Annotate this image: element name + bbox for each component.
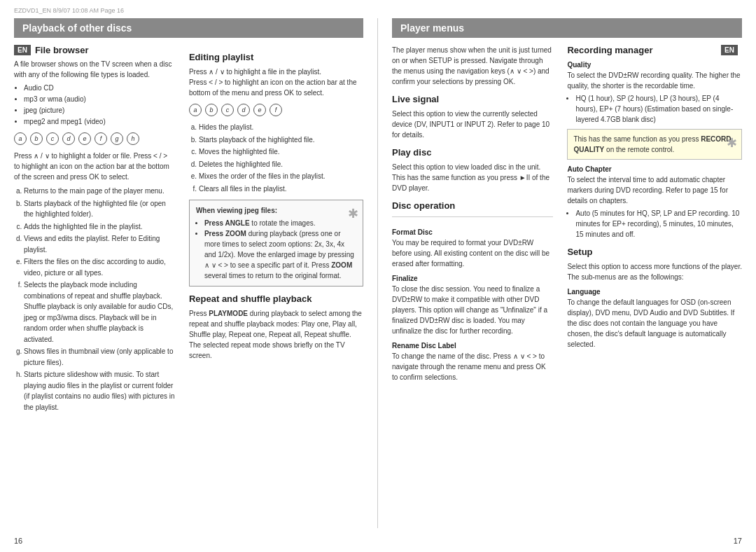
player-menus-right: Recording manager EN Quality To select t…: [567, 45, 742, 382]
icon-circle-h: h: [127, 132, 139, 145]
icon-circle-b: b: [30, 132, 43, 145]
ep-icon-a: a: [189, 104, 202, 116]
page-number-left: 16: [14, 537, 22, 545]
ep-icon-b: b: [205, 104, 218, 116]
editing-playlist-step0: Press ∧ / ∨ to highlight a file in the p…: [189, 67, 363, 77]
editing-playlist-step1: Press < / > to highlight an icon on the …: [189, 77, 363, 98]
ep-icon-e: e: [253, 104, 266, 116]
player-menus-intro: The player menus show when the unit is j…: [392, 45, 553, 87]
en-badge-left: EN: [14, 45, 31, 55]
ep-icon-c: c: [221, 104, 234, 116]
icon-circle-f: f: [94, 132, 107, 145]
left-inner: EN File browser A file browser shows on …: [14, 45, 363, 414]
editing-playlist-alpha-list: Hides the playlist. Starts playback of t…: [189, 122, 363, 194]
list-item: Shows files in thumbnail view (only appl…: [24, 346, 175, 368]
list-item: Adds the highlighted file in the playlis…: [24, 221, 175, 233]
auto-chapter-label: Auto Chapter: [567, 165, 742, 173]
disc-operation-title: Disc operation: [392, 200, 553, 211]
rename-disc-label: Rename Disc Label: [392, 342, 553, 350]
list-item: mp3 or wma (audio): [24, 94, 175, 104]
file-browser-nav: Press ∧ / ∨ to highlight a folder or fil…: [14, 151, 175, 182]
icon-circle-e: e: [78, 132, 91, 145]
list-item: HQ (1 hour), SP (2 hours), LP (3 hours),…: [575, 93, 742, 125]
tip-box-title: When viewing jpeg files:: [196, 205, 356, 216]
quality-list: HQ (1 hour), SP (2 hours), LP (3 hours),…: [575, 93, 742, 125]
list-item: Hides the playlist.: [199, 122, 363, 133]
left-column: Playback of other discs EN File browser …: [14, 18, 378, 528]
page-wrapper: EZDVD1_EN 8/9/07 10:08 AM Page 16 Playba…: [0, 0, 756, 552]
list-item: Auto (5 minutes for HQ, SP, LP and EP re…: [575, 208, 742, 240]
recording-manager-title: Recording manager: [567, 45, 652, 55]
ep-icon-f: f: [270, 104, 282, 116]
file-browser-col: EN File browser A file browser shows on …: [14, 45, 175, 414]
highlight-box: ✱ This has the same function as you pres…: [567, 129, 742, 160]
repeat-shuffle-title: Repeat and shuffle playback: [189, 294, 363, 304]
file-browser-body: A file browser shows on the TV screen wh…: [14, 59, 175, 80]
list-item: Views and edits the playlist. Refer to E…: [24, 233, 175, 255]
file-browser-alpha-list: Returns to the main page of the player m…: [14, 186, 175, 413]
player-menus-left: The player menus show when the unit is j…: [392, 45, 553, 382]
live-signal-body: Select this option to view the currently…: [392, 109, 553, 140]
highlight-icon: ✱: [727, 134, 737, 153]
page-numbers: 16 17: [14, 534, 742, 545]
editing-playlist-title: Editing playlist: [189, 52, 363, 62]
editing-playlist-col: Editing playlist Press ∧ / ∨ to highligh…: [189, 45, 363, 414]
list-item: Audio CD: [24, 83, 175, 93]
list-item: jpeg (picture): [24, 105, 175, 116]
tip-list-item: Press ANGLE to rotate the images.: [204, 218, 356, 228]
language-label: Language: [567, 288, 742, 296]
setup-body: Select this option to access more functi…: [567, 261, 742, 282]
icon-circle-a: a: [14, 132, 27, 145]
finalize-label: Finalize: [392, 275, 553, 282]
ep-icon-d: d: [237, 104, 250, 116]
list-item: Selects the playback mode including comb…: [24, 280, 175, 345]
list-item: Mixes the order of the files in the play…: [199, 171, 363, 182]
list-item: Starts picture slideshow with music. To …: [24, 369, 175, 413]
left-section-header: Playback of other discs: [14, 18, 363, 38]
icon-circle-c: c: [46, 132, 59, 145]
list-item: Starts playback of the highlighted file …: [24, 198, 175, 220]
auto-chapter-body: To select the interval time to add autom…: [567, 174, 742, 206]
file-browser-icons: a b c d e f g h: [14, 132, 175, 145]
icon-circle-d: d: [62, 132, 75, 145]
right-inner: The player menus show when the unit is j…: [392, 45, 742, 382]
tip-box-list: Press ANGLE to rotate the images. Press …: [204, 218, 356, 281]
main-columns: Playback of other discs EN File browser …: [14, 18, 742, 528]
icon-circle-g: g: [111, 132, 123, 145]
auto-chapter-list: Auto (5 minutes for HQ, SP, LP and EP re…: [575, 208, 742, 240]
editing-playlist-icons: a b c d e f: [189, 104, 363, 116]
play-disc-title: Play disc: [392, 147, 553, 158]
right-section-header: Player menus: [392, 18, 742, 38]
repeat-shuffle-body: Press PLAYMODE during playback to select…: [189, 308, 363, 361]
list-item: Clears all files in the playlist.: [199, 184, 363, 195]
format-disc-body: You may be required to format your DVD±R…: [392, 237, 553, 269]
quality-body: To select the DVD±RW recording quality. …: [567, 70, 742, 91]
list-item: Returns to the main page of the player m…: [24, 186, 175, 197]
finalize-body: To close the disc session. You need to f…: [392, 284, 553, 336]
live-signal-title: Live signal: [392, 94, 553, 104]
list-item: Deletes the highlighted file.: [199, 159, 363, 170]
tip-box-jpeg: ✱ When viewing jpeg files: Press ANGLE t…: [189, 200, 363, 287]
page-number-right: 17: [734, 537, 742, 545]
tip-icon: ✱: [348, 205, 358, 223]
list-item: Moves the highlighted file.: [199, 146, 363, 158]
tip-list-item: Press ZOOM during playback (press one or…: [204, 228, 356, 281]
format-disc-label: Format Disc: [392, 228, 553, 236]
list-item: Filters the files on the disc according …: [24, 256, 175, 278]
list-item: mpeg2 and mpeg1 (video): [24, 116, 175, 127]
highlight-text: This has the same function as you press …: [573, 134, 736, 155]
format-disc-section: Format Disc You may be required to forma…: [392, 216, 553, 382]
rename-disc-body: To change the name of the disc. Press ∧ …: [392, 351, 553, 382]
language-body: To change the default languages for OSD …: [567, 297, 742, 350]
file-browser-title: File browser: [35, 45, 89, 55]
right-column: Player menus The player menus show when …: [378, 18, 742, 528]
quality-label: Quality: [567, 61, 742, 69]
play-disc-body: Select this option to view loaded disc i…: [392, 162, 553, 193]
list-item: Starts playback of the highlighted file.: [199, 134, 363, 146]
file-browser-list: Audio CD mp3 or wma (audio) jpeg (pictur…: [24, 83, 175, 127]
setup-title: Setup: [567, 247, 742, 257]
top-meta: EZDVD1_EN 8/9/07 10:08 AM Page 16: [14, 7, 742, 14]
en-badge-right: EN: [721, 45, 738, 55]
